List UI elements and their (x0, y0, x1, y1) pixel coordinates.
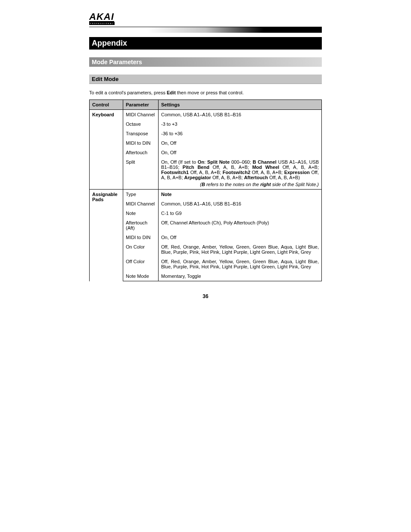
settings-cell: On, Off (159, 148, 322, 157)
settings-cell: On, Off (If set to On: Split Note 000–06… (159, 157, 322, 190)
parameter-cell: Split (123, 157, 159, 190)
heading-mode-parameters: Mode Parameters (89, 57, 322, 67)
split-footnote: (B refers to the notes on the right side… (161, 180, 319, 187)
settings-cell: C-1 to G9 (159, 208, 322, 218)
settings-cell: -36 to +36 (159, 129, 322, 138)
table-row: Off ColorOff, Red, Orange, Amber, Yellow… (90, 257, 322, 271)
parameter-cell: MIDI to DIN (123, 233, 159, 242)
parameter-cell: Note Mode (123, 271, 159, 281)
parameter-cell: Aftertouch (123, 148, 159, 157)
table-row: KeyboardMIDI ChannelCommon, USB A1–A16, … (90, 110, 322, 120)
parameters-table: Control Parameter Settings KeyboardMIDI … (89, 100, 322, 281)
col-header-parameter: Parameter (123, 100, 159, 110)
parameter-cell: MIDI Channel (123, 110, 159, 120)
parameter-cell: Octave (123, 119, 159, 129)
intro-post: then move or press that control. (176, 90, 244, 95)
table-row: SplitOn, Off (If set to On: Split Note 0… (90, 157, 322, 190)
settings-cell: Off, Red, Orange, Amber, Yellow, Green, … (159, 242, 322, 257)
brand-logo: AKAI PROFESSIONAL (89, 13, 115, 25)
header-row: AKAI PROFESSIONAL (89, 13, 322, 25)
parameter-cell: Transpose (123, 129, 159, 138)
table-row: MIDI ChannelCommon, USB A1–A16, USB B1–B… (90, 199, 322, 208)
table-header-row: Control Parameter Settings (90, 100, 322, 110)
table-row: MIDI to DINOn, Off (90, 138, 322, 148)
heading-appendix: Appendix (89, 37, 322, 50)
table-row: Assignable PadsTypeNote (90, 190, 322, 199)
col-header-control: Control (90, 100, 123, 110)
parameter-cell: Note (123, 208, 159, 218)
table-row: Octave-3 to +3 (90, 119, 322, 129)
table-row: AftertouchOn, Off (90, 148, 322, 157)
table-row: NoteC-1 to G9 (90, 208, 322, 218)
parameter-cell: On Color (123, 242, 159, 257)
parameter-cell: Aftertouch (Aft) (123, 218, 159, 233)
header-gradient-bar (89, 27, 322, 33)
intro-bold: Edit (167, 90, 176, 95)
settings-cell: Off, Red, Orange, Amber, Yellow, Green, … (159, 257, 322, 271)
control-cell: Keyboard (90, 110, 123, 190)
settings-cell: Momentary, Toggle (159, 271, 322, 281)
logo-main: AKAI (89, 13, 114, 22)
col-header-settings: Settings (159, 100, 322, 110)
heading-edit-mode: Edit Mode (89, 75, 322, 84)
settings-cell: Common, USB A1–A16, USB B1–B16 (159, 110, 322, 120)
document-page: AKAI PROFESSIONAL Appendix Mode Paramete… (0, 0, 411, 317)
table-row: Aftertouch (Aft)Off, Channel Aftertouch … (90, 218, 322, 233)
heading-mode-parameters-text: Mode Parameters (92, 59, 142, 65)
settings-cell: -3 to +3 (159, 119, 322, 129)
table-row: Note ModeMomentary, Toggle (90, 271, 322, 281)
parameter-cell: Off Color (123, 257, 159, 271)
parameter-cell: MIDI to DIN (123, 138, 159, 148)
content-area: AKAI PROFESSIONAL Appendix Mode Paramete… (89, 13, 322, 299)
parameter-cell: Type (123, 190, 159, 199)
table-row: On ColorOff, Red, Orange, Amber, Yellow,… (90, 242, 322, 257)
page-number: 36 (89, 293, 322, 299)
settings-cell: On, Off (159, 138, 322, 148)
parameter-cell: MIDI Channel (123, 199, 159, 208)
logo-sub: PROFESSIONAL (89, 22, 115, 25)
control-cell: Assignable Pads (90, 190, 123, 281)
table-row: MIDI to DINOn, Off (90, 233, 322, 242)
settings-cell: Note (159, 190, 322, 199)
settings-cell: Off, Channel Aftertouch (Ch), Poly After… (159, 218, 322, 233)
settings-cell: Common, USB A1–A16, USB B1–B16 (159, 199, 322, 208)
intro-pre: To edit a control's parameters, press (89, 90, 167, 95)
settings-cell: On, Off (159, 233, 322, 242)
intro-text: To edit a control's parameters, press Ed… (89, 90, 322, 95)
table-row: Transpose-36 to +36 (90, 129, 322, 138)
